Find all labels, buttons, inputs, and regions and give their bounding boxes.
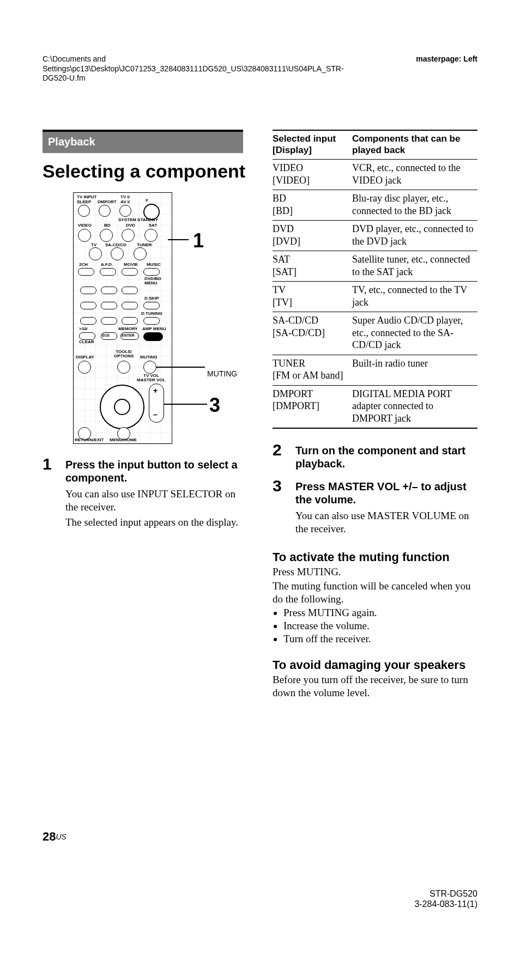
remote-label-tv-power: TV I/: [120, 195, 130, 199]
table-row: TUNER [FM or AM band]Built-in radio tune…: [273, 355, 477, 385]
remote-label-bd: BD: [104, 223, 111, 228]
remote-btn-5: [101, 302, 117, 309]
remote-label-ampmenu: AMP MENU: [142, 327, 166, 331]
table-cell-input: VIDEO [VIDEO]: [273, 160, 352, 190]
masterpage-label: masterpage: Left: [416, 54, 477, 64]
remote-btn-movie: [122, 268, 138, 276]
table-row: DVD [DVD]DVD player, etc., connected to …: [273, 221, 477, 251]
muting-bullets: Press MUTING again.Increase the volume.T…: [273, 606, 477, 645]
step-3-body: Press MASTER VOL +/– to adjust the volum…: [295, 478, 477, 538]
table-row: DMPORT [DMPORT]DIGITAL MEDIA PORT adapte…: [273, 385, 477, 428]
remote-btn-2ch: [78, 268, 94, 276]
columns: Playback Selecting a component TV INPUT …: [43, 130, 477, 701]
remote-figure: TV INPUT SLEEP DMPORT TV I/ AV I/ I/ SYS…: [43, 192, 247, 443]
remote-label-afd: A.F.D.: [101, 263, 113, 267]
muting-p2: The muting function will be canceled whe…: [273, 580, 477, 606]
remote-label-dskip: D.SKIP: [144, 296, 159, 301]
remote-label-video: VIDEO: [78, 223, 92, 228]
page-number-suffix: US: [56, 832, 66, 841]
step-2-body: Turn on the component and start playback…: [295, 442, 477, 473]
muting-heading: To activate the muting function: [273, 550, 477, 565]
remote-vol-plus-icon: +: [153, 387, 158, 394]
remote-nav-wheel: [100, 385, 144, 429]
remote-btn-music: [143, 268, 160, 276]
remote-label-clear: CLEAR: [79, 340, 94, 344]
step-1-p2: The selected input appears on the displa…: [65, 516, 247, 529]
remote-btn-tv: [89, 247, 102, 260]
callout-number-3: 3: [209, 393, 220, 417]
remote-btn-ampmenu: [143, 332, 163, 341]
speakers-heading: To avoid damaging your speakers: [273, 658, 477, 673]
page: C:\Documents and Settings\pc13\Desktop\J…: [0, 0, 520, 980]
table-cell-component: TV, etc., connected to the TV jack: [352, 282, 477, 312]
callout-number-1: 1: [193, 228, 204, 253]
section-band: Playback: [43, 130, 243, 153]
step-1-body: Press the input button to select a compo…: [65, 456, 247, 531]
list-item: Press MUTING again.: [283, 606, 477, 619]
remote-label-menuhome: MENU/HOME: [110, 438, 137, 442]
table-cell-component: DVD player, etc., connected to the DVD j…: [352, 221, 477, 251]
remote-label-dvdbd-menu: DVD/BD MENU: [144, 277, 172, 285]
table-cell-component: Blu-ray disc player, etc., connected to …: [352, 190, 477, 221]
callout-line-3: [164, 404, 207, 405]
table-cell-input: DMPORT [DMPORT]: [273, 385, 352, 428]
step-1-number: 1: [43, 456, 59, 531]
step-1-heading: Press the input button to select a compo…: [65, 458, 247, 484]
table-row: BD [BD]Blu-ray disc player, etc., connec…: [273, 190, 477, 221]
remote-btn-3: [122, 287, 138, 294]
remote-control-diagram: TV INPUT SLEEP DMPORT TV I/ AV I/ I/ SYS…: [73, 192, 172, 444]
remote-btn-sacd: [111, 247, 124, 260]
remote-label-power: I/: [146, 198, 148, 203]
remote-label-tv-input: TV INPUT: [77, 195, 96, 199]
step-3: 3 Press MASTER VOL +/– to adjust the vol…: [273, 478, 477, 538]
step-1-p1: You can also use INPUT SELECTOR on the r…: [65, 488, 247, 514]
remote-label-sacd: SA-CD/CD: [105, 243, 126, 247]
table-cell-input: BD [BD]: [273, 190, 352, 221]
list-item: Increase the volume.: [283, 619, 477, 632]
remote-btn-av-power: [119, 205, 131, 217]
remote-btn-video: [78, 229, 91, 242]
remote-btn-dvd: [122, 229, 135, 242]
remote-label-av-power: AV I/: [120, 200, 130, 204]
page-number: 28US: [43, 829, 66, 844]
remote-btn-prev10: [79, 332, 95, 340]
remote-label-music: MUSIC: [147, 263, 161, 267]
remote-btn-6: [122, 302, 138, 309]
remote-label-prev10: >10/: [79, 327, 88, 331]
left-column: Playback Selecting a component TV INPUT …: [43, 130, 247, 701]
step-3-p1: You can also use MASTER VOLUME on the re…: [295, 509, 477, 535]
remote-btn-dtuning: [143, 317, 160, 325]
remote-vol-minus-icon: –: [153, 411, 158, 418]
inputs-table: Selected input [Display] Components that…: [273, 130, 477, 429]
remote-btn-tools: [117, 361, 130, 374]
remote-label-memory: MEMORY: [118, 327, 138, 331]
remote-label-zero: 0/10: [102, 333, 110, 337]
table-row: TV [TV]TV, etc., connected to the TV jac…: [273, 282, 477, 312]
remote-label-dmport: DMPORT: [98, 200, 117, 204]
remote-label-tv: TV: [91, 243, 96, 247]
table-header-selected-input: Selected input [Display]: [273, 130, 352, 160]
callout-label-muting: MUTING: [207, 369, 237, 379]
remote-btn-sat: [144, 229, 158, 242]
remote-label-sat: SAT: [149, 223, 157, 228]
remote-btn-1: [80, 287, 96, 294]
footer-docnum: 3-284-083-11(1): [414, 899, 477, 909]
remote-btn-sleep: [78, 205, 90, 217]
remote-btn-bd: [100, 229, 113, 242]
remote-btn-4: [80, 302, 96, 309]
callout-line-1: [168, 239, 189, 240]
remote-label-mastervol: MASTER VOL: [137, 378, 165, 382]
list-item: Turn off the receiver.: [283, 632, 477, 646]
header-path: C:\Documents and Settings\pc13\Desktop\J…: [43, 54, 348, 83]
remote-btn-tuner: [134, 247, 147, 260]
table-cell-component: Satellite tuner, etc., connected to the …: [352, 251, 477, 282]
remote-btn-8: [101, 317, 117, 325]
muting-p1: Press MUTING.: [273, 565, 477, 579]
table-cell-component: VCR, etc., connected to the VIDEO jack: [352, 160, 477, 190]
table-cell-component: Super Audio CD/CD player, etc., connecte…: [352, 312, 477, 355]
remote-label-system-standby: SYSTEM STANDBY: [118, 218, 158, 222]
remote-label-tools-options: TOOLS/ OPTIONS: [114, 350, 134, 358]
remote-btn-display: [78, 361, 91, 374]
remote-btn-2: [101, 287, 117, 294]
remote-btn-7: [80, 317, 96, 325]
